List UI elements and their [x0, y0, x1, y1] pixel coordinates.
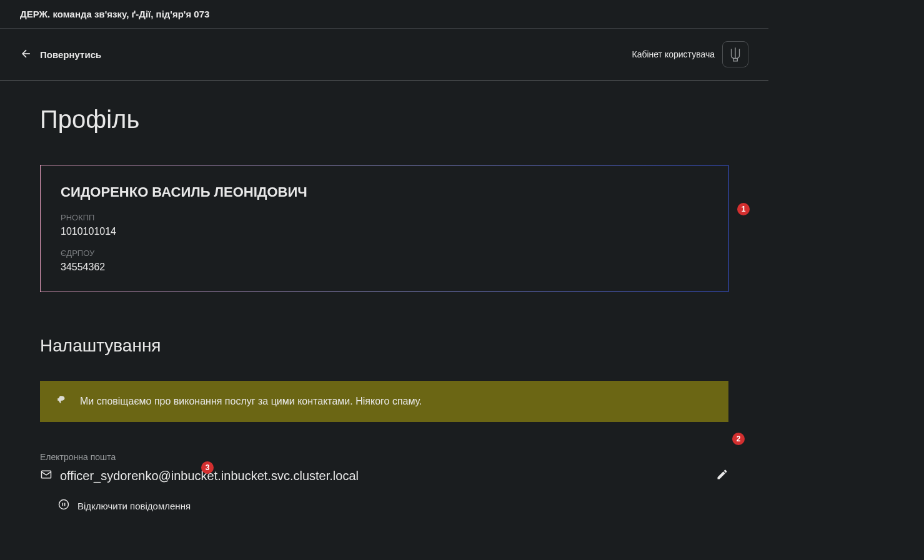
page-title: Профіль: [40, 106, 728, 134]
profile-name: СИДОРЕНКО ВАСИЛЬ ЛЕОНІДОВИЧ: [61, 184, 708, 200]
field-label: РНОКПП: [61, 213, 708, 222]
profile-field-rnokpp: РНОКПП 1010101014: [61, 213, 708, 237]
disable-notif-label: Відключити повідомлення: [77, 501, 191, 511]
annotation-badge-2: 2: [732, 433, 745, 445]
svg-point-2: [59, 500, 69, 509]
trident-icon: [722, 41, 748, 67]
disable-notifications-button[interactable]: Відключити повідомлення: [57, 498, 728, 513]
back-button[interactable]: Повернутись: [20, 47, 101, 62]
mail-icon: [40, 468, 52, 483]
settings-title: Налаштування: [40, 336, 728, 356]
cabinet-button[interactable]: Кабінет користувача: [632, 41, 748, 67]
toolbar: Повернутись Кабінет користувача: [0, 29, 768, 81]
annotation-badge-1: 1: [737, 203, 750, 215]
edit-email-button[interactable]: [716, 468, 728, 483]
app-title: ДЕРЖ. команда зв'язку, ґ-Дії, під'яр'я 0…: [20, 9, 748, 19]
info-banner: Ми сповіщаємо про виконання послуг за ци…: [40, 381, 728, 422]
banner-text: Ми сповіщаємо про виконання послуг за ци…: [80, 396, 422, 407]
email-section: Електронна пошта officer_sydorenko@inbuc…: [40, 452, 728, 513]
back-label: Повернутись: [40, 49, 101, 60]
arrow-left-icon: [20, 47, 32, 62]
profile-field-edrpou: ЄДРПОУ 34554362: [61, 248, 708, 273]
field-value: 34554362: [61, 262, 708, 273]
pencil-icon: [716, 472, 728, 483]
main-content: Профіль СИДОРЕНКО ВАСИЛЬ ЛЕОНІДОВИЧ РНОК…: [0, 81, 768, 551]
megaphone-icon: [56, 395, 67, 408]
profile-card: СИДОРЕНКО ВАСИЛЬ ЛЕОНІДОВИЧ РНОКПП 10101…: [40, 165, 728, 292]
annotation-badge-3: 3: [201, 461, 214, 474]
header: ДЕРЖ. команда зв'язку, ґ-Дії, під'яр'я 0…: [0, 0, 768, 29]
email-label: Електронна пошта: [40, 452, 728, 462]
field-label: ЄДРПОУ: [61, 248, 708, 258]
cabinet-label: Кабінет користувача: [632, 49, 715, 59]
pause-circle-icon: [57, 498, 70, 513]
field-value: 1010101014: [61, 226, 708, 237]
